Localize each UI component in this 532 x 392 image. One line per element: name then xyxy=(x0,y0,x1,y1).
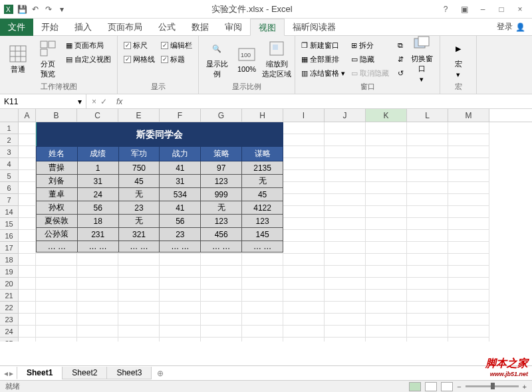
cell[interactable] xyxy=(325,278,366,290)
cell[interactable] xyxy=(19,242,36,254)
cell[interactable] xyxy=(77,338,118,342)
table-cell[interactable]: 2135 xyxy=(242,161,283,175)
cell[interactable] xyxy=(19,122,36,134)
zoom-selection-button[interactable]: 缩放到 选定区域 xyxy=(263,39,291,80)
cell[interactable] xyxy=(19,194,36,206)
row-header[interactable]: 14 xyxy=(0,206,19,218)
table-cell[interactable]: 41 xyxy=(160,201,201,215)
cell[interactable] xyxy=(118,266,160,278)
pagebreak-view-icon[interactable] xyxy=(441,382,453,391)
tab-review[interactable]: 审阅 xyxy=(217,19,250,36)
cell[interactable] xyxy=(325,326,366,338)
row-header[interactable]: 6 xyxy=(0,182,19,194)
unhide-button[interactable]: ▭取消隐藏 xyxy=(349,66,391,80)
column-header[interactable]: E xyxy=(118,109,160,122)
new-window-button[interactable]: ❐新建窗口 xyxy=(299,39,347,52)
cell[interactable] xyxy=(118,338,160,342)
cell[interactable] xyxy=(407,338,448,342)
cell[interactable] xyxy=(242,290,283,302)
headings-checkbox[interactable]: ✓标题 xyxy=(159,52,194,66)
row-header[interactable]: 23 xyxy=(0,314,19,326)
cell[interactable] xyxy=(366,182,407,194)
cell[interactable] xyxy=(448,314,489,326)
hide-button[interactable]: ▭隐藏 xyxy=(349,52,391,66)
row-header[interactable]: 18 xyxy=(0,254,19,266)
cell[interactable] xyxy=(201,326,242,338)
switch-window-button[interactable]: 切换窗口▾ xyxy=(408,39,436,80)
table-cell[interactable]: 无 xyxy=(118,188,160,201)
cell[interactable] xyxy=(325,266,366,278)
table-cell[interactable]: 31 xyxy=(160,175,201,188)
cell[interactable] xyxy=(160,254,201,266)
cell[interactable] xyxy=(448,278,489,290)
table-cell[interactable]: 45 xyxy=(118,175,160,188)
reset-pos-button[interactable]: ↺ xyxy=(396,66,406,80)
cell[interactable] xyxy=(118,326,160,338)
cell[interactable] xyxy=(160,302,201,314)
cell[interactable] xyxy=(283,242,325,254)
cell[interactable] xyxy=(77,266,118,278)
minimize-icon[interactable]: – xyxy=(476,5,489,14)
cell[interactable] xyxy=(19,206,36,218)
cell[interactable] xyxy=(325,134,366,146)
cell[interactable] xyxy=(366,278,407,290)
cell[interactable] xyxy=(325,338,366,342)
cell[interactable] xyxy=(325,194,366,206)
cell[interactable] xyxy=(118,278,160,290)
table-cell[interactable]: 刘备 xyxy=(37,175,78,188)
normal-view-button[interactable]: 普通 xyxy=(4,39,32,80)
cell[interactable] xyxy=(118,254,160,266)
table-cell[interactable]: … … xyxy=(160,241,201,252)
cell[interactable] xyxy=(407,122,448,134)
cell[interactable] xyxy=(448,266,489,278)
cell[interactable] xyxy=(19,182,36,194)
table-cell[interactable]: … … xyxy=(201,241,242,252)
cell[interactable] xyxy=(283,146,325,158)
row-header[interactable]: 25 xyxy=(0,338,19,342)
redo-icon[interactable]: ↷ xyxy=(43,3,55,15)
row-header[interactable]: 21 xyxy=(0,290,19,302)
split-button[interactable]: ⊞拆分 xyxy=(349,39,391,52)
cell[interactable] xyxy=(448,146,489,158)
row-header[interactable]: 22 xyxy=(0,302,19,314)
cell[interactable] xyxy=(283,278,325,290)
tab-file[interactable]: 文件 xyxy=(0,19,33,36)
cell[interactable] xyxy=(160,314,201,326)
cell[interactable] xyxy=(242,314,283,326)
cell[interactable] xyxy=(77,254,118,266)
row-header[interactable]: 16 xyxy=(0,230,19,242)
cell[interactable] xyxy=(19,278,36,290)
ruler-checkbox[interactable]: ✓标尺 xyxy=(122,39,157,52)
cell[interactable] xyxy=(407,278,448,290)
sync-scroll-button[interactable]: ⇵ xyxy=(396,52,406,66)
row-header[interactable]: 4 xyxy=(0,158,19,170)
cell[interactable] xyxy=(201,266,242,278)
row-header[interactable]: 17 xyxy=(0,242,19,254)
cell[interactable] xyxy=(325,290,366,302)
table-cell[interactable]: … … xyxy=(242,241,283,252)
cell[interactable] xyxy=(77,278,118,290)
column-header[interactable]: J xyxy=(325,109,366,122)
cell[interactable] xyxy=(201,290,242,302)
save-icon[interactable]: 💾 xyxy=(16,3,28,15)
zoom-button[interactable]: 🔍显示比例 xyxy=(203,39,231,80)
cell[interactable] xyxy=(283,158,325,170)
cell[interactable] xyxy=(448,182,489,194)
table-cell[interactable]: 23 xyxy=(160,228,201,241)
tab-data[interactable]: 数据 xyxy=(184,19,217,36)
cell[interactable] xyxy=(407,182,448,194)
table-cell[interactable]: 534 xyxy=(160,188,201,201)
cell[interactable] xyxy=(19,170,36,182)
zoom-in-button[interactable]: + xyxy=(523,383,527,391)
table-cell[interactable]: 41 xyxy=(160,161,201,175)
cell[interactable] xyxy=(283,230,325,242)
cell[interactable] xyxy=(19,158,36,170)
qat-dropdown-icon[interactable]: ▾ xyxy=(56,3,68,15)
row-header[interactable]: 3 xyxy=(0,146,19,158)
cell[interactable] xyxy=(366,254,407,266)
maximize-icon[interactable]: □ xyxy=(495,5,508,14)
cell[interactable] xyxy=(366,134,407,146)
cell[interactable] xyxy=(19,254,36,266)
table-cell[interactable]: 孙权 xyxy=(37,201,78,215)
row-header[interactable]: 20 xyxy=(0,278,19,290)
